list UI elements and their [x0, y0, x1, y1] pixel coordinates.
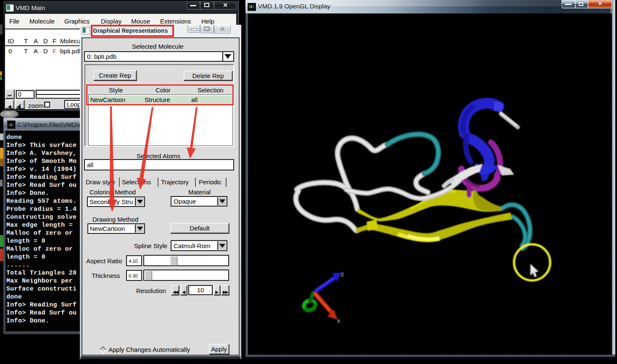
- svg-text:z: z: [341, 270, 344, 278]
- svg-text:x: x: [337, 317, 340, 324]
